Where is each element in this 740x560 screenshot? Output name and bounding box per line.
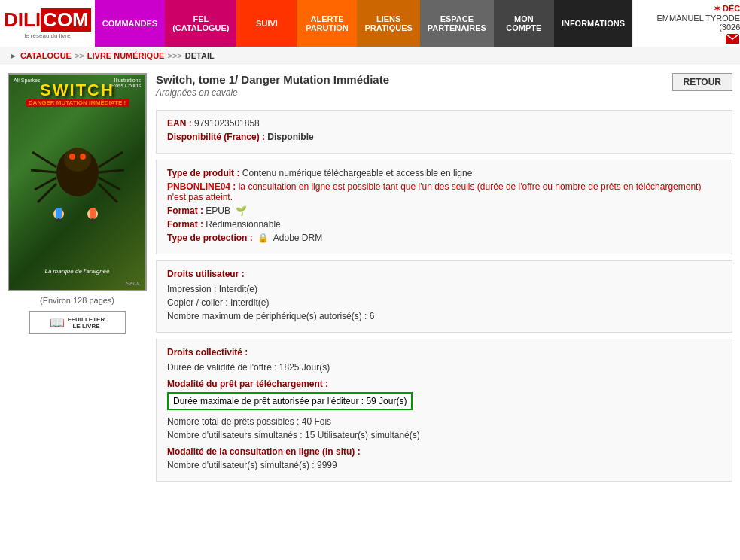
logo: DILI COM le réseau du livre — [0, 0, 95, 47]
protection-row: Type de protection : 🔒 Adobe DRM — [167, 233, 721, 243]
breadcrumb-sep1: >> — [75, 51, 84, 60]
book-cover: Ali Sparkes Illustrations Ross Collins S… — [8, 73, 147, 291]
cover-author-left: Ali Sparkes — [14, 78, 40, 83]
right-panel: Switch, tome 1/ Danger Mutation Immédiat… — [156, 73, 732, 488]
svg-line-6 — [31, 170, 56, 172]
dispo-value: Disponible — [267, 132, 313, 142]
product-section: Type de produit : Contenu numérique télé… — [156, 160, 732, 254]
deconnexion-link[interactable]: ✶ DÉCONNEXION — [714, 4, 740, 13]
svg-line-16 — [59, 218, 62, 221]
logo-com: COM — [41, 8, 91, 32]
nav-liens[interactable]: LIENS PRATIQUES — [357, 0, 419, 47]
svg-rect-14 — [56, 208, 62, 218]
book-subtitle: Araignées en cavale — [156, 87, 672, 98]
svg-line-10 — [99, 170, 124, 172]
cover-author-right: Illustrations Ross Collins — [111, 78, 141, 88]
format2-row: Format : Redimensionnable — [167, 219, 721, 230]
svg-point-2 — [64, 148, 91, 172]
pnb-row: PNBONLINE04 : la consultation en ligne e… — [167, 181, 721, 202]
nav-fel[interactable]: FEL (CATALOGUE) — [165, 0, 236, 47]
ean-number: 9791023501858 — [194, 118, 260, 129]
dispo-row: Disponibilité (France) : Disponible — [167, 132, 721, 142]
nav-info[interactable]: INFORMATIONS — [554, 0, 632, 47]
pnb-value: la consultation en ligne est possible ta… — [167, 181, 701, 202]
logo-text: DILI — [4, 8, 41, 32]
total-prets-row: Nombre total de prêts possibles : 40 Foi… — [167, 416, 721, 427]
breadcrumb-arrow: ► — [9, 51, 17, 60]
pnb-label: PNBONLINE04 : — [167, 181, 236, 192]
protection-icon: 🔒 — [257, 233, 269, 243]
collectivite-header: Droits collectivité : — [167, 347, 721, 358]
droits-header: Droits utilisateur : — [167, 269, 721, 279]
breadcrumb-sep2: >>> — [167, 51, 181, 60]
user-info: EMMANUEL TYRODE - ACCELYA (3026900001000… — [639, 14, 740, 32]
copier-row: Copier / coller : Interdit(e) — [167, 297, 721, 308]
envelope-icon — [726, 34, 739, 44]
collectivite-section: Droits collectivité : Durée de validité … — [156, 339, 732, 482]
breadcrumb-detail: DETAIL — [185, 51, 215, 60]
nav-commandes[interactable]: COMMANDES — [95, 0, 165, 47]
impression-row: Impression : Interdit(e) — [167, 284, 721, 294]
format1-row: Format : EPUB 🌱 — [167, 205, 721, 216]
format2-val: Redimensionnable — [206, 219, 280, 230]
svg-line-9 — [99, 152, 123, 167]
cover-brand: Seuil. — [126, 280, 141, 287]
cover-subtitle: DANGER MUTATION IMMÉDIATE ! — [26, 99, 129, 107]
title-row: Switch, tome 1/ Danger Mutation Immédiat… — [156, 73, 732, 104]
nav-espace[interactable]: ESPACE PARTENAIRES — [420, 0, 494, 47]
nav-suivi[interactable]: SUIVI — [236, 0, 297, 47]
nav-mon[interactable]: MON COMPTE — [494, 0, 554, 47]
type-row: Type de produit : Contenu numérique télé… — [167, 168, 721, 178]
type-label: Type de produit : — [167, 168, 239, 178]
main-content: Ali Sparkes Illustrations Ross Collins S… — [0, 65, 740, 495]
main-nav: COMMANDES FEL (CATALOGUE) SUIVI ALERTE P… — [95, 0, 632, 47]
nav-alerte[interactable]: ALERTE PARUTION — [297, 0, 357, 47]
dispo-label: Disponibilité (France) : — [167, 132, 265, 142]
type-value: Contenu numérique téléchargeable et acce… — [242, 168, 473, 178]
duree-offre-row: Durée de validité de l'offre : 1825 Jour… — [167, 362, 721, 373]
title-info: Switch, tome 1/ Danger Mutation Immédiat… — [156, 73, 672, 104]
feuilleter-label: FEUILLETER LE LIVRE — [68, 316, 105, 330]
svg-point-3 — [69, 154, 75, 160]
retour-button[interactable]: RETOUR — [672, 73, 732, 91]
cover-title: SWITCH — [40, 81, 114, 100]
protection-label: Type de protection : — [167, 233, 253, 243]
logo-sub: le réseau du livre — [24, 32, 70, 39]
breadcrumb-livre[interactable]: LIVRE NUMÉRIQUE — [87, 51, 165, 60]
ean-section: EAN : 9791023501858 Disponibilité (Franc… — [156, 110, 732, 154]
book-title: Switch, tome 1/ Danger Mutation Immédiat… — [156, 73, 672, 86]
svg-rect-18 — [90, 208, 96, 218]
protection-value: Adobe DRM — [273, 233, 322, 243]
periph-row: Nombre maximum de périphérique(s) autori… — [167, 311, 721, 321]
feuilleter-button[interactable]: 📖 FEUILLETER LE LIVRE — [29, 311, 126, 334]
breadcrumb: ► CATALOGUE >> LIVRE NUMÉRIQUE >>> DETAI… — [0, 47, 740, 65]
consultation-label: Modalité de la consultation en ligne (in… — [167, 446, 361, 457]
cover-bottom: La marque de l'araignée — [44, 268, 109, 275]
simultanes-row: Nombre d'utilisateurs simultanés : 15 Ut… — [167, 430, 721, 440]
left-panel: Ali Sparkes Illustrations Ross Collins S… — [8, 73, 147, 488]
ean-label: EAN : — [167, 118, 192, 129]
book-icon: 📖 — [50, 315, 65, 330]
droits-section: Droits utilisateur : Impression : Interd… — [156, 260, 732, 333]
pages-text: (Environ 128 pages) — [8, 296, 147, 305]
epub-icon: 🌱 — [236, 205, 247, 216]
duree-max-highlight: Durée maximale de prêt autorisée par l'é… — [167, 392, 413, 410]
epub-value: EPUB — [206, 205, 230, 216]
ean-row: EAN : 9791023501858 — [167, 118, 721, 129]
format2-label: Format : — [167, 219, 203, 230]
user-area: ✶ DÉCONNEXION EMMANUEL TYRODE - ACCELYA … — [632, 0, 740, 47]
svg-line-20 — [93, 218, 96, 221]
format1-label: Format : — [167, 205, 203, 216]
modalite-label: Modalité du prêt par téléchargement : — [167, 379, 328, 389]
svg-line-5 — [32, 152, 56, 167]
svg-point-4 — [80, 154, 86, 160]
consultation-users-row: Nombre d'utilisateur(s) simultané(s) : 9… — [167, 460, 721, 470]
breadcrumb-catalogue[interactable]: CATALOGUE — [20, 51, 72, 60]
